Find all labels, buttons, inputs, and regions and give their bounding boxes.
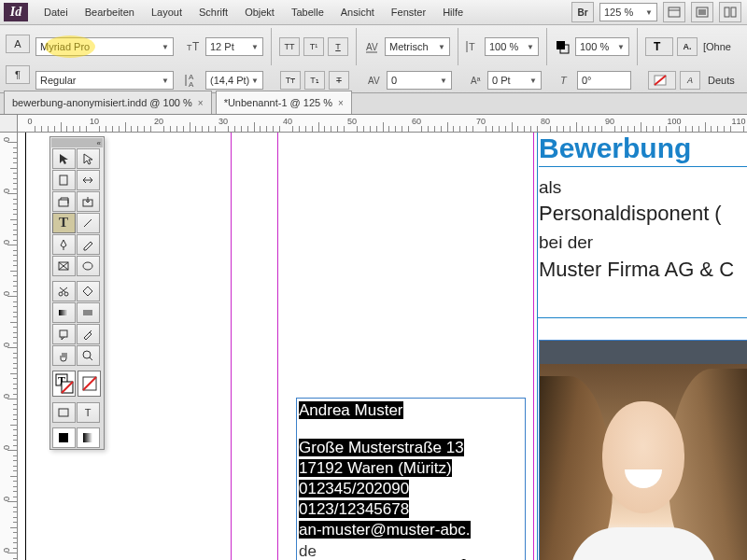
svg-rect-41 bbox=[59, 409, 68, 416]
selection-tool[interactable] bbox=[52, 148, 76, 169]
font-family-field[interactable]: Myriad Pro▼ bbox=[35, 37, 174, 56]
char-fill-button[interactable]: T bbox=[645, 37, 673, 56]
subscript-button[interactable]: T₁ bbox=[304, 71, 325, 90]
leading-field[interactable]: (14,4 Pt)▼ bbox=[205, 71, 263, 90]
baseline-shift-field[interactable]: 0 Pt▼ bbox=[487, 71, 542, 90]
page-tool[interactable] bbox=[52, 170, 76, 190]
addr-email1: an-muster@muster-abc. bbox=[299, 521, 471, 539]
vertical-ruler[interactable]: 0000000000 bbox=[0, 133, 18, 560]
kerning-field[interactable]: Metrisch▼ bbox=[385, 37, 450, 56]
fill-stroke-swatch[interactable]: T bbox=[52, 371, 76, 397]
gap-tool[interactable] bbox=[77, 170, 100, 190]
svg-rect-3 bbox=[698, 9, 706, 15]
zoom-tool[interactable] bbox=[77, 345, 100, 366]
menu-tabelle[interactable]: Tabelle bbox=[283, 7, 332, 18]
menu-fenster[interactable]: Fenster bbox=[383, 7, 434, 18]
svg-text:T: T bbox=[469, 41, 475, 52]
pen-tool[interactable] bbox=[52, 234, 76, 255]
font-style-field[interactable]: Regular▼ bbox=[35, 71, 174, 90]
document-tab-2[interactable]: *Unbenannt-1 @ 125 %× bbox=[216, 91, 352, 114]
close-icon[interactable]: × bbox=[338, 98, 344, 108]
formatting-container-button[interactable] bbox=[52, 402, 76, 423]
svg-rect-30 bbox=[59, 310, 68, 315]
document-canvas[interactable]: Bewerbung als Personaldisponent ( bei de… bbox=[18, 133, 747, 560]
direct-selection-tool[interactable] bbox=[77, 148, 100, 169]
superscript-button[interactable]: T¹ bbox=[303, 37, 324, 56]
scissors-tool[interactable] bbox=[52, 281, 76, 301]
paragraph-mode-button[interactable]: ¶ bbox=[6, 65, 30, 84]
svg-rect-4 bbox=[725, 7, 729, 17]
horizontal-scale-field[interactable]: 100 %▼ bbox=[575, 37, 629, 56]
kerning-icon: AV bbox=[364, 39, 381, 54]
svg-rect-20 bbox=[60, 175, 67, 185]
address-text-frame[interactable]: Andrea Muster Große Musterstraße 13 1719… bbox=[296, 398, 526, 560]
link-icon: ⬚ bbox=[543, 340, 552, 343]
control-panel: A ¶ Myriad Pro▼ TT 12 Pt▼ TT T¹ T AV Met… bbox=[0, 25, 747, 93]
baseline-icon: Aª bbox=[469, 73, 484, 88]
svg-point-33 bbox=[83, 351, 91, 358]
skew-icon: T bbox=[558, 73, 573, 88]
rectangle-tool[interactable] bbox=[77, 256, 100, 276]
svg-point-27 bbox=[83, 262, 92, 270]
view-options-button[interactable] bbox=[663, 2, 685, 22]
menu-layout[interactable]: Layout bbox=[143, 7, 190, 18]
default-fill-stroke[interactable] bbox=[78, 371, 101, 397]
small-caps-button[interactable]: Tᴛ bbox=[280, 71, 301, 90]
svg-line-23 bbox=[84, 219, 92, 227]
vscale-icon: T bbox=[466, 39, 481, 54]
menu-bearbeiten[interactable]: Bearbeiten bbox=[77, 7, 143, 18]
content-collector-tool[interactable] bbox=[52, 191, 76, 212]
panel-collapse-icon[interactable]: « bbox=[51, 138, 103, 147]
strikethrough-button[interactable]: T bbox=[329, 71, 349, 90]
close-icon[interactable]: × bbox=[198, 98, 204, 108]
menu-objekt[interactable]: Objekt bbox=[236, 7, 283, 18]
underline-button[interactable]: T bbox=[328, 37, 348, 56]
vertical-scale-field[interactable]: 100 %▼ bbox=[485, 37, 539, 56]
line-tool[interactable] bbox=[77, 213, 100, 233]
gradient-feather-tool[interactable] bbox=[77, 302, 100, 323]
menu-hilfe[interactable]: Hilfe bbox=[434, 7, 472, 18]
all-caps-button[interactable]: TT bbox=[279, 37, 300, 56]
svg-line-34 bbox=[90, 357, 92, 360]
type-tool[interactable]: T bbox=[52, 213, 76, 233]
addr-city: 17192 Waren (Müritz) bbox=[299, 459, 452, 477]
skew-field[interactable]: 0° bbox=[577, 71, 631, 90]
apply-color-button[interactable] bbox=[52, 427, 76, 448]
tracking-icon: AV bbox=[366, 73, 383, 88]
pencil-tool[interactable] bbox=[77, 234, 100, 255]
fill-stroke-icon bbox=[555, 39, 571, 54]
char-style-button[interactable]: A. bbox=[677, 37, 698, 56]
svg-text:T: T bbox=[192, 40, 200, 53]
font-size-field[interactable]: 12 Pt▼ bbox=[205, 37, 263, 56]
ruler-tick: 100 bbox=[672, 115, 673, 132]
doc-line4: Muster Firma AG & C bbox=[539, 258, 747, 282]
hand-tool[interactable] bbox=[52, 345, 76, 366]
formatting-text-button[interactable]: T bbox=[77, 402, 100, 423]
screen-mode-button[interactable] bbox=[691, 2, 713, 22]
zoom-level-field[interactable]: 125 %▼ bbox=[599, 3, 657, 21]
photo-frame[interactable]: ⬚ bbox=[539, 340, 747, 560]
character-mode-button[interactable]: A bbox=[6, 35, 30, 53]
menu-datei[interactable]: Datei bbox=[35, 7, 77, 18]
menu-schrift[interactable]: Schrift bbox=[190, 7, 236, 18]
svg-rect-5 bbox=[731, 7, 736, 17]
text-cursor-icon: I bbox=[461, 555, 466, 560]
free-transform-tool[interactable] bbox=[77, 281, 100, 301]
no-fill-button[interactable] bbox=[648, 71, 676, 90]
work-area: 0000000000 Bewerbung als Personaldispone… bbox=[0, 133, 747, 560]
doc-line3: bei der bbox=[539, 230, 747, 257]
eyedropper-tool[interactable] bbox=[77, 324, 100, 344]
document-tab-1[interactable]: bewerbung-anonymisiert.indd @ 100 %× bbox=[4, 91, 212, 114]
arrange-documents-button[interactable] bbox=[719, 2, 741, 22]
menu-ansicht[interactable]: Ansicht bbox=[332, 7, 383, 18]
gradient-swatch-tool[interactable] bbox=[52, 302, 76, 323]
horizontal-ruler[interactable]: 0102030405060708090100110 bbox=[0, 115, 747, 133]
bridge-button[interactable]: Br bbox=[571, 2, 594, 22]
apply-gradient-button[interactable] bbox=[77, 427, 100, 448]
tracking-field[interactable]: 0▼ bbox=[387, 71, 452, 90]
tools-panel[interactable]: « T bbox=[49, 136, 105, 450]
note-tool[interactable] bbox=[52, 324, 76, 344]
char-style-2-button[interactable]: A bbox=[680, 71, 700, 90]
content-placer-tool[interactable] bbox=[77, 191, 100, 212]
rectangle-frame-tool[interactable] bbox=[52, 256, 76, 276]
